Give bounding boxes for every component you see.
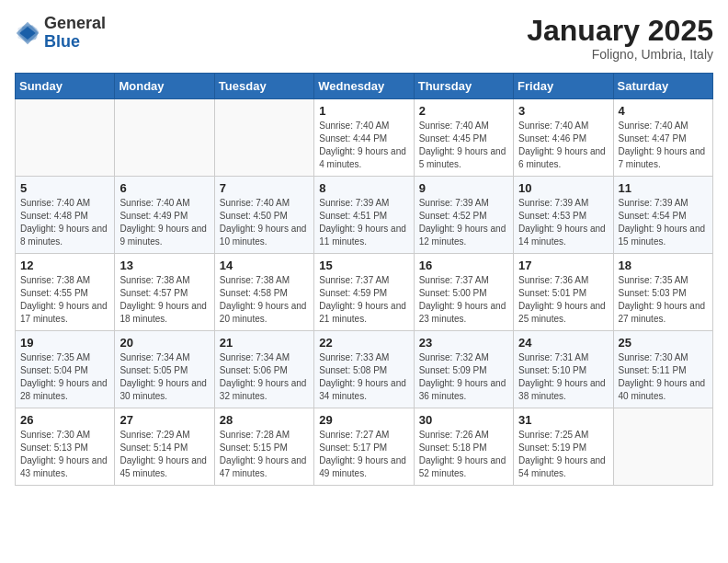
month-title: January 2025 [527,15,713,47]
calendar-week-row: 19Sunrise: 7:35 AMSunset: 5:04 PMDayligh… [16,331,713,408]
day-number: 6 [119,181,209,195]
day-number: 29 [319,413,408,427]
day-number: 3 [518,104,608,118]
day-info: Sunrise: 7:36 AMSunset: 5:01 PMDaylight:… [518,274,608,326]
calendar-cell: 11Sunrise: 7:39 AMSunset: 4:54 PMDayligh… [613,177,712,254]
calendar-cell: 18Sunrise: 7:35 AMSunset: 5:03 PMDayligh… [613,254,712,331]
day-info: Sunrise: 7:37 AMSunset: 5:00 PMDaylight:… [419,274,508,326]
calendar-cell: 14Sunrise: 7:38 AMSunset: 4:58 PMDayligh… [214,254,313,331]
calendar-cell: 27Sunrise: 7:29 AMSunset: 5:14 PMDayligh… [115,408,214,486]
day-number: 23 [419,336,508,350]
calendar-cell: 7Sunrise: 7:40 AMSunset: 4:50 PMDaylight… [214,177,313,254]
weekday-header-thursday: Thursday [414,74,513,99]
calendar-cell: 15Sunrise: 7:37 AMSunset: 4:59 PMDayligh… [314,254,414,331]
calendar-week-row: 12Sunrise: 7:38 AMSunset: 4:55 PMDayligh… [16,254,713,331]
day-number: 14 [220,259,309,272]
day-number: 20 [119,336,209,350]
day-number: 27 [119,413,209,427]
day-info: Sunrise: 7:34 AMSunset: 5:05 PMDaylight:… [119,351,209,403]
day-info: Sunrise: 7:34 AMSunset: 5:06 PMDaylight:… [220,351,309,403]
day-info: Sunrise: 7:38 AMSunset: 4:57 PMDaylight:… [119,274,209,326]
calendar-cell: 17Sunrise: 7:36 AMSunset: 5:01 PMDayligh… [514,254,613,331]
day-number: 18 [619,259,708,272]
day-info: Sunrise: 7:32 AMSunset: 5:09 PMDaylight:… [419,351,508,403]
day-number: 9 [419,181,508,195]
weekday-header-sunday: Sunday [16,74,115,99]
logo-text: General Blue [44,15,106,52]
logo: General Blue [15,15,106,52]
calendar-cell: 25Sunrise: 7:30 AMSunset: 5:11 PMDayligh… [613,331,712,408]
day-info: Sunrise: 7:39 AMSunset: 4:53 PMDaylight:… [518,197,608,248]
location-subtitle: Foligno, Umbria, Italy [527,47,713,62]
weekday-header-wednesday: Wednesday [314,74,414,99]
day-number: 17 [518,259,608,272]
calendar-cell [214,99,313,177]
day-info: Sunrise: 7:40 AMSunset: 4:46 PMDaylight:… [518,120,608,171]
calendar-cell: 28Sunrise: 7:28 AMSunset: 5:15 PMDayligh… [214,408,313,486]
calendar-cell: 2Sunrise: 7:40 AMSunset: 4:45 PMDaylight… [414,99,513,177]
weekday-header-tuesday: Tuesday [214,74,313,99]
day-info: Sunrise: 7:26 AMSunset: 5:18 PMDaylight:… [419,429,508,480]
day-info: Sunrise: 7:28 AMSunset: 5:15 PMDaylight:… [220,429,309,480]
day-number: 10 [518,181,608,195]
day-info: Sunrise: 7:38 AMSunset: 4:58 PMDaylight:… [220,274,309,326]
day-number: 11 [619,181,708,195]
logo-general: General [44,15,106,33]
day-number: 26 [20,413,109,427]
day-number: 19 [20,336,109,350]
day-info: Sunrise: 7:37 AMSunset: 4:59 PMDaylight:… [319,274,408,326]
day-info: Sunrise: 7:40 AMSunset: 4:44 PMDaylight:… [319,120,408,171]
day-number: 5 [20,181,109,195]
day-number: 28 [220,413,309,427]
calendar-cell: 23Sunrise: 7:32 AMSunset: 5:09 PMDayligh… [414,331,513,408]
calendar-cell: 6Sunrise: 7:40 AMSunset: 4:49 PMDaylight… [115,177,214,254]
day-info: Sunrise: 7:31 AMSunset: 5:10 PMDaylight:… [518,351,608,403]
weekday-header-row: SundayMondayTuesdayWednesdayThursdayFrid… [16,74,713,99]
day-info: Sunrise: 7:25 AMSunset: 5:19 PMDaylight:… [518,429,608,480]
day-number: 1 [319,104,408,118]
calendar-week-row: 5Sunrise: 7:40 AMSunset: 4:48 PMDaylight… [16,177,713,254]
calendar-cell: 31Sunrise: 7:25 AMSunset: 5:19 PMDayligh… [514,408,613,486]
day-info: Sunrise: 7:38 AMSunset: 4:55 PMDaylight:… [20,274,109,326]
calendar-cell [613,408,712,486]
calendar-table: SundayMondayTuesdayWednesdayThursdayFrid… [15,73,713,486]
day-number: 25 [619,336,708,350]
day-info: Sunrise: 7:29 AMSunset: 5:14 PMDaylight:… [119,429,209,480]
calendar-cell: 29Sunrise: 7:27 AMSunset: 5:17 PMDayligh… [314,408,414,486]
day-number: 16 [419,259,508,272]
day-info: Sunrise: 7:40 AMSunset: 4:48 PMDaylight:… [20,197,109,248]
day-info: Sunrise: 7:27 AMSunset: 5:17 PMDaylight:… [319,429,408,480]
calendar-cell [115,99,214,177]
title-block: January 2025 Foligno, Umbria, Italy [527,15,713,62]
calendar-week-row: 1Sunrise: 7:40 AMSunset: 4:44 PMDaylight… [16,99,713,177]
day-number: 4 [619,104,708,118]
calendar-cell: 20Sunrise: 7:34 AMSunset: 5:05 PMDayligh… [115,331,214,408]
weekday-header-friday: Friday [514,74,613,99]
day-info: Sunrise: 7:33 AMSunset: 5:08 PMDaylight:… [319,351,408,403]
day-number: 15 [319,259,408,272]
weekday-header-monday: Monday [115,74,214,99]
day-number: 22 [319,336,408,350]
calendar-cell: 4Sunrise: 7:40 AMSunset: 4:47 PMDaylight… [613,99,712,177]
day-info: Sunrise: 7:40 AMSunset: 4:50 PMDaylight:… [220,197,309,248]
calendar-cell: 24Sunrise: 7:31 AMSunset: 5:10 PMDayligh… [514,331,613,408]
day-number: 7 [220,181,309,195]
calendar-cell: 21Sunrise: 7:34 AMSunset: 5:06 PMDayligh… [214,331,313,408]
day-info: Sunrise: 7:30 AMSunset: 5:11 PMDaylight:… [619,351,708,403]
calendar-cell: 9Sunrise: 7:39 AMSunset: 4:52 PMDaylight… [414,177,513,254]
logo-icon [15,20,40,46]
calendar-cell: 30Sunrise: 7:26 AMSunset: 5:18 PMDayligh… [414,408,513,486]
calendar-cell [16,99,115,177]
calendar-cell: 3Sunrise: 7:40 AMSunset: 4:46 PMDaylight… [514,99,613,177]
day-info: Sunrise: 7:40 AMSunset: 4:47 PMDaylight:… [619,120,708,171]
day-info: Sunrise: 7:35 AMSunset: 5:04 PMDaylight:… [20,351,109,403]
day-info: Sunrise: 7:39 AMSunset: 4:51 PMDaylight:… [319,197,408,248]
day-number: 2 [419,104,508,118]
day-number: 31 [518,413,608,427]
calendar-cell: 26Sunrise: 7:30 AMSunset: 5:13 PMDayligh… [16,408,115,486]
calendar-cell: 13Sunrise: 7:38 AMSunset: 4:57 PMDayligh… [115,254,214,331]
day-number: 13 [119,259,209,272]
day-number: 21 [220,336,309,350]
weekday-header-saturday: Saturday [613,74,712,99]
calendar-cell: 22Sunrise: 7:33 AMSunset: 5:08 PMDayligh… [314,331,414,408]
